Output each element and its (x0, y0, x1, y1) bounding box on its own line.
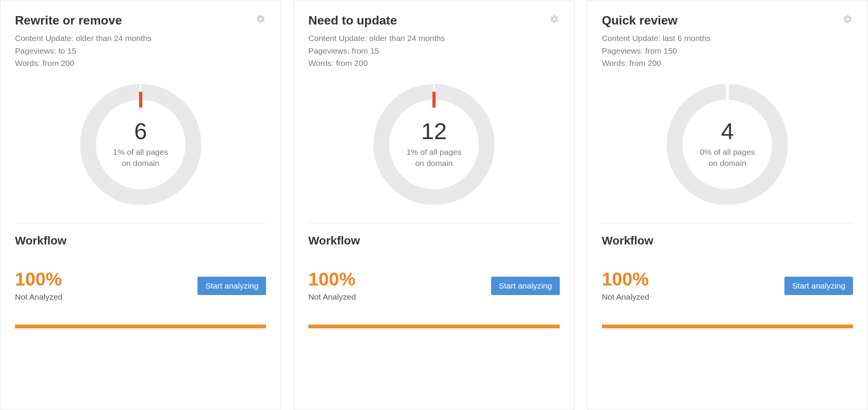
card-title: Quick review (602, 13, 853, 28)
criteria-content-update: Content Update: older than 24 months (308, 32, 559, 45)
criteria-words: Words: from 200 (15, 57, 266, 70)
divider (15, 223, 266, 223)
workflow-percent: 100% (602, 270, 649, 289)
gear-icon (256, 14, 266, 25)
workflow-status: Not Analyzed (308, 292, 356, 302)
donut-percent-line: 0% of all pages (700, 147, 755, 157)
divider (602, 223, 853, 223)
criteria-content-update: Content Update: last 6 months (602, 32, 853, 45)
donut-percent-line: 1% of all pages (406, 147, 462, 157)
settings-button[interactable] (549, 14, 560, 25)
workflow-progress-bar (15, 325, 266, 328)
criteria-words: Words: from 200 (602, 57, 853, 70)
criteria-content-update: Content Update: older than 24 months (15, 32, 266, 45)
workflow-status: Not Analyzed (602, 292, 649, 302)
donut-chart: 4 0% of all pages on domain (602, 81, 853, 208)
criteria-pageviews: Pageviews: from 15 (308, 45, 559, 57)
settings-button[interactable] (255, 14, 266, 25)
donut-chart: 12 1% of all pages on domain (308, 81, 559, 208)
start-analyzing-button[interactable]: Start analyzing (784, 277, 853, 295)
gear-icon (549, 14, 559, 25)
donut-count: 4 (721, 120, 734, 143)
criteria-pageviews: Pageviews: from 150 (602, 45, 853, 57)
donut-domain-line: on domain (700, 158, 755, 169)
cards-container: Rewrite or remove Content Update: older … (0, 0, 868, 410)
workflow-row: 100% Not Analyzed Start analyzing (15, 270, 266, 302)
workflow-row: 100% Not Analyzed Start analyzing (602, 270, 853, 302)
criteria-pageviews: Pageviews: to 15 (15, 45, 266, 57)
divider (308, 223, 559, 223)
card-rewrite-or-remove: Rewrite or remove Content Update: older … (0, 0, 281, 410)
card-header: Rewrite or remove (15, 13, 266, 28)
card-criteria: Content Update: older than 24 months Pag… (15, 32, 266, 70)
donut-count: 12 (421, 120, 447, 143)
workflow-percent: 100% (15, 270, 62, 289)
settings-button[interactable] (842, 14, 853, 25)
card-header: Quick review (602, 13, 853, 28)
donut-chart: 6 1% of all pages on domain (15, 81, 266, 208)
workflow-progress-bar (308, 325, 559, 328)
workflow-heading: Workflow (602, 234, 853, 247)
donut-domain-line: on domain (113, 158, 168, 169)
workflow-row: 100% Not Analyzed Start analyzing (308, 270, 559, 302)
card-quick-review: Quick review Content Update: last 6 mont… (587, 0, 868, 410)
workflow-percent: 100% (308, 270, 356, 289)
card-criteria: Content Update: last 6 months Pageviews:… (602, 32, 853, 70)
workflow-heading: Workflow (308, 234, 559, 247)
workflow-progress-bar (602, 325, 853, 328)
card-title: Rewrite or remove (15, 13, 266, 28)
workflow-status: Not Analyzed (15, 292, 62, 302)
card-need-to-update: Need to update Content Update: older tha… (293, 0, 574, 410)
gear-icon (843, 14, 853, 25)
criteria-words: Words: from 200 (308, 57, 559, 70)
start-analyzing-button[interactable]: Start analyzing (491, 277, 560, 295)
card-title: Need to update (308, 13, 559, 28)
start-analyzing-button[interactable]: Start analyzing (197, 277, 266, 295)
card-criteria: Content Update: older than 24 months Pag… (308, 32, 559, 70)
card-header: Need to update (308, 13, 559, 28)
donut-count: 6 (134, 120, 147, 143)
donut-domain-line: on domain (406, 158, 462, 169)
workflow-heading: Workflow (15, 234, 266, 247)
donut-percent-line: 1% of all pages (113, 147, 168, 157)
